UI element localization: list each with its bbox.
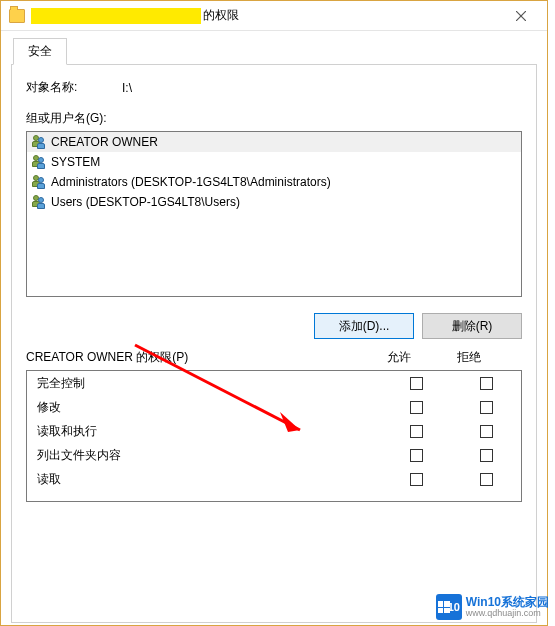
permissions-dialog: 的权限 安全 对象名称: I:\ 组或用户名(G): xyxy=(0,0,548,626)
permission-row: 读取 xyxy=(27,467,521,491)
dialog-body: 安全 对象名称: I:\ 组或用户名(G): CREATOR OWNER xyxy=(1,31,547,626)
group-icon xyxy=(31,194,47,210)
permission-row: 读取和执行 xyxy=(27,419,521,443)
group-icon xyxy=(31,134,47,150)
list-item[interactable]: SYSTEM xyxy=(27,152,521,172)
close-icon xyxy=(516,11,526,21)
principal-buttons: 添加(D)... 删除(R) xyxy=(26,313,522,339)
allow-header: 允许 xyxy=(364,349,434,366)
add-button[interactable]: 添加(D)... xyxy=(314,313,414,339)
principal-name: CREATOR OWNER xyxy=(51,135,158,149)
object-name-row: 对象名称: I:\ xyxy=(26,79,522,96)
principal-name: SYSTEM xyxy=(51,155,100,169)
permission-name: 修改 xyxy=(37,399,381,416)
group-users-label: 组或用户名(G): xyxy=(26,110,522,127)
deny-header: 拒绝 xyxy=(434,349,504,366)
deny-checkbox[interactable] xyxy=(480,425,493,438)
folder-icon xyxy=(9,9,25,23)
allow-checkbox[interactable] xyxy=(410,473,423,486)
list-item[interactable]: Administrators (DESKTOP-1GS4LT8\Administ… xyxy=(27,172,521,192)
allow-checkbox[interactable] xyxy=(410,377,423,390)
tab-content: 对象名称: I:\ 组或用户名(G): CREATOR OWNER SYSTEM xyxy=(11,65,537,623)
list-item[interactable]: CREATOR OWNER xyxy=(27,132,521,152)
permissions-listbox[interactable]: 完全控制 修改 读取和执行 列出文件夹内容 xyxy=(26,370,522,502)
permission-row: 完全控制 xyxy=(27,371,521,395)
list-item[interactable]: Users (DESKTOP-1GS4LT8\Users) xyxy=(27,192,521,212)
permission-row: 列出文件夹内容 xyxy=(27,443,521,467)
deny-checkbox[interactable] xyxy=(480,449,493,462)
close-button[interactable] xyxy=(498,2,543,30)
permission-name: 读取和执行 xyxy=(37,423,381,440)
remove-button[interactable]: 删除(R) xyxy=(422,313,522,339)
object-name-label: 对象名称: xyxy=(26,79,108,96)
allow-checkbox[interactable] xyxy=(410,449,423,462)
group-icon xyxy=(31,174,47,190)
tab-security[interactable]: 安全 xyxy=(13,38,67,65)
permissions-header: CREATOR OWNER 的权限(P) 允许 拒绝 xyxy=(26,349,522,366)
permission-name: 列出文件夹内容 xyxy=(37,447,381,464)
permission-name: 完全控制 xyxy=(37,375,381,392)
tab-strip: 安全 xyxy=(11,39,537,65)
principals-listbox[interactable]: CREATOR OWNER SYSTEM Administrators (DES… xyxy=(26,131,522,297)
group-icon xyxy=(31,154,47,170)
deny-checkbox[interactable] xyxy=(480,473,493,486)
object-name-value: I:\ xyxy=(122,81,132,95)
principal-name: Administrators (DESKTOP-1GS4LT8\Administ… xyxy=(51,175,331,189)
allow-checkbox[interactable] xyxy=(410,425,423,438)
permission-name: 读取 xyxy=(37,471,381,488)
window-title-suffix: 的权限 xyxy=(203,7,239,24)
deny-checkbox[interactable] xyxy=(480,401,493,414)
deny-checkbox[interactable] xyxy=(480,377,493,390)
titlebar: 的权限 xyxy=(1,1,547,31)
redacted-name xyxy=(31,8,201,24)
allow-checkbox[interactable] xyxy=(410,401,423,414)
principal-name: Users (DESKTOP-1GS4LT8\Users) xyxy=(51,195,240,209)
permissions-header-label: CREATOR OWNER 的权限(P) xyxy=(26,349,364,366)
permission-row: 修改 xyxy=(27,395,521,419)
